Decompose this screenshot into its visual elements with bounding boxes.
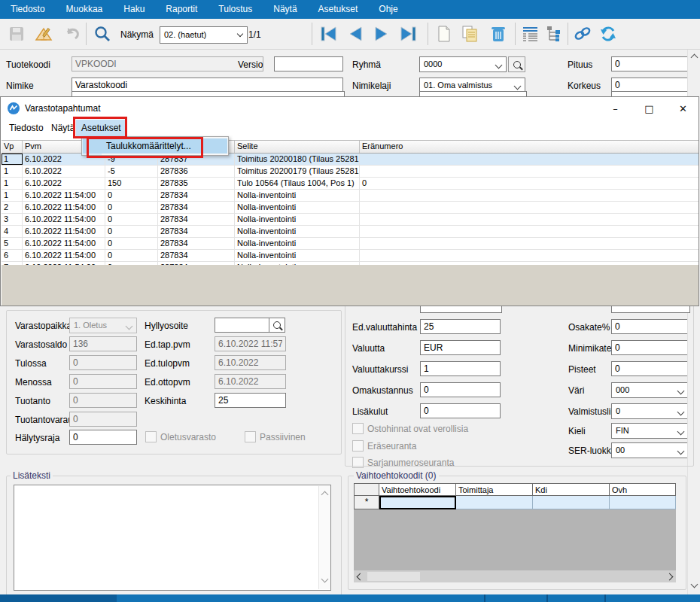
scroll-up-icon[interactable] (691, 54, 698, 62)
events-table-cell[interactable]: 0 (105, 250, 158, 261)
events-table-cell[interactable]: 287836 (158, 166, 235, 177)
altcodes-cell[interactable] (610, 496, 676, 509)
altcodes-new-row[interactable]: * (354, 496, 676, 509)
altcodes-header[interactable]: Ovh (610, 483, 676, 496)
ed-ottopvm-field[interactable] (215, 374, 286, 389)
altcodes-hscrollbar[interactable] (354, 570, 676, 582)
varastopaikka-combobox[interactable]: 1. Oletus (69, 318, 137, 333)
events-table-cell[interactable]: Nolla-inventointi (235, 238, 360, 249)
dialog-titlebar[interactable]: Varastotapahtumat – □ ✕ (1, 97, 698, 120)
edit-tools-icon[interactable] (33, 23, 54, 44)
first-record-icon[interactable] (318, 23, 339, 44)
tuotekoodi-field[interactable] (72, 56, 263, 71)
events-table-row[interactable]: 26.10.2022 11:54:000287834Nolla-inventoi… (2, 202, 698, 214)
events-table-cell[interactable]: 1 (2, 154, 23, 165)
close-button[interactable]: ✕ (666, 97, 700, 120)
col-header-vp[interactable]: Vp (2, 141, 23, 153)
lisateksti-scrollbar[interactable] (318, 486, 330, 589)
events-table-cell[interactable]: -5 (105, 166, 158, 177)
varastosaldo-field[interactable] (69, 336, 137, 351)
new-record-icon[interactable] (434, 23, 455, 44)
search-icon[interactable] (92, 23, 113, 44)
lisateksti-textarea[interactable] (14, 485, 331, 591)
tuotanto-field[interactable] (69, 393, 137, 408)
events-table-row[interactable]: 16.10.2022150287835Tulo 10564 (Tilaus 10… (2, 178, 698, 190)
events-table-cell[interactable]: 6 (2, 250, 23, 261)
menuitem-taulukkomaarittelyt[interactable]: Taulukkomäärittelyt... (83, 138, 227, 154)
events-table-cell[interactable]: 287834 (158, 238, 235, 249)
events-table-cell[interactable] (360, 226, 698, 237)
previous-record-icon[interactable] (345, 23, 366, 44)
dialog-menu-asetukset[interactable]: Asetukset (76, 120, 126, 137)
menu-tulostus[interactable]: Tulostus (208, 0, 263, 19)
events-table-cell[interactable] (360, 238, 698, 249)
korkeus-field[interactable] (611, 78, 689, 93)
events-table-cell[interactable]: Nolla-inventointi (235, 214, 360, 225)
events-table-cell[interactable]: 6.10.2022 11:54:00 (23, 202, 105, 213)
menossa-field[interactable] (69, 374, 137, 389)
events-table-cell[interactable]: Nolla-inventointi (235, 250, 360, 261)
altcodes-cell[interactable] (533, 496, 610, 509)
events-table-row[interactable]: 16.10.2022-5287836Toimitus 20200179 (Til… (2, 166, 698, 178)
altcodes-header[interactable]: Kdi (533, 483, 610, 496)
scroll-up-icon[interactable] (321, 491, 329, 499)
hyllyosoite-field[interactable] (215, 318, 269, 333)
scrollbar-thumb[interactable] (367, 572, 420, 581)
tuotantovaraus-field[interactable] (69, 412, 137, 427)
events-table-cell[interactable]: 3 (2, 214, 23, 225)
col-header-eranumero[interactable]: Eränumero (360, 141, 698, 153)
ryhma-search-button[interactable] (508, 56, 525, 72)
events-table-cell[interactable]: Toimitus 20200180 (Tilaus 25281 (235, 154, 360, 165)
events-table-cell[interactable] (360, 166, 698, 177)
events-table-row[interactable]: 36.10.2022 11:54:000287834Nolla-inventoi… (2, 214, 698, 226)
minimize-button[interactable]: – (598, 97, 632, 120)
events-table-cell[interactable]: 6.10.2022 11:54:00 (23, 238, 105, 249)
events-table-cell[interactable]: 287834 (158, 214, 235, 225)
events-table-cell[interactable]: 1 (2, 190, 23, 201)
last-record-icon[interactable] (397, 23, 418, 44)
undo-icon[interactable] (62, 23, 83, 44)
new-row-marker[interactable]: * (354, 496, 379, 509)
ed-tulopvm-field[interactable] (215, 355, 286, 370)
altcodes-header[interactable]: Vaihtoehtokoodi (379, 483, 456, 496)
oletusvarasto-checkbox[interactable] (145, 431, 157, 442)
menu-raportit[interactable]: Raportit (155, 0, 208, 19)
maximize-button[interactable]: □ (632, 97, 666, 120)
events-table-cell[interactable] (360, 154, 698, 165)
hyllyosoite-search-button[interactable] (269, 318, 285, 333)
versio-field[interactable] (274, 56, 343, 71)
menu-muokkaa[interactable]: Muokkaa (56, 0, 114, 19)
link-icon[interactable] (572, 23, 593, 44)
events-table-cell[interactable]: 0 (105, 238, 158, 249)
next-record-icon[interactable] (371, 23, 392, 44)
tree-view-icon[interactable] (543, 23, 565, 44)
events-table-cell[interactable]: 150 (105, 178, 158, 189)
events-table-cell[interactable]: 287834 (158, 250, 235, 261)
tulossa-field[interactable] (69, 355, 137, 370)
events-table-row[interactable]: 46.10.2022 11:54:000287834Nolla-inventoi… (2, 226, 698, 238)
altcodes-header[interactable]: Toimittaja (456, 483, 533, 496)
pituus-field[interactable] (611, 56, 689, 71)
events-table-cell[interactable]: Toimitus 20200179 (Tilaus 25281 (235, 166, 360, 177)
events-table-cell[interactable]: Nolla-inventointi (235, 202, 360, 213)
events-table-cell[interactable] (360, 202, 698, 213)
view-combobox[interactable]: 02. (haetut) (160, 26, 248, 44)
events-table-cell[interactable]: 6.10.2022 (23, 166, 105, 177)
events-table-cell[interactable]: 5 (2, 238, 23, 249)
events-table-cell[interactable]: 287834 (158, 190, 235, 201)
ryhma-combobox[interactable]: 0000 (419, 56, 507, 72)
events-table-cell[interactable]: Nolla-inventointi (235, 190, 360, 201)
scroll-left-icon[interactable] (357, 573, 364, 581)
events-table-cell[interactable]: 0 (105, 202, 158, 213)
events-table-cell[interactable]: 1 (2, 178, 23, 189)
dialog-menu-tiedosto[interactable]: Tiedosto (4, 120, 49, 137)
copy-record-icon[interactable] (459, 23, 480, 44)
altcodes-cell-active[interactable] (379, 496, 456, 509)
events-table-cell[interactable]: 287834 (158, 226, 235, 237)
events-table-cell[interactable] (360, 190, 698, 201)
events-table-cell[interactable]: 0 (105, 226, 158, 237)
events-table-cell[interactable]: Tulo 10564 (Tilaus 1004, Pos 1) (235, 178, 360, 189)
events-table-cell[interactable]: 0 (360, 178, 698, 189)
events-table-cell[interactable]: 287834 (158, 202, 235, 213)
menu-haku[interactable]: Haku (113, 0, 155, 19)
